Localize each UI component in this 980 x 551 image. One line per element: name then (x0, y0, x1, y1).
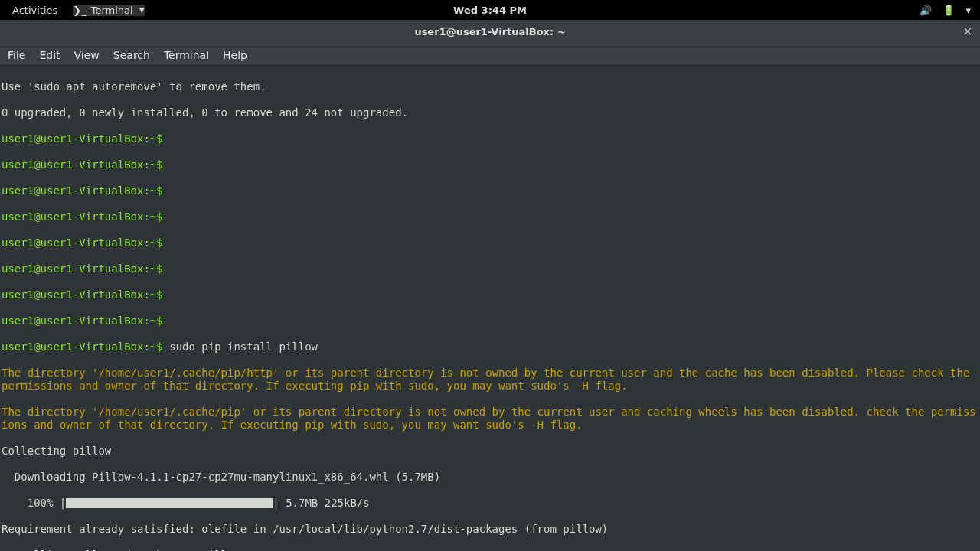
term-line: user1@user1-VirtualBox:~$ (2, 132, 978, 145)
term-warning: The directory '/home/user1/.cache/pip/ht… (2, 367, 978, 393)
active-app-indicator[interactable]: ❯_ Terminal ▼ (73, 5, 144, 16)
gnome-top-panel: Activities ❯_ Terminal ▼ Wed 3:44 PM 🔊 🔋… (0, 0, 980, 20)
menu-file[interactable]: File (8, 49, 25, 61)
term-line: user1@user1-VirtualBox:~$ (2, 262, 978, 276)
term-line: user1@user1-VirtualBox:~$ sudo pip insta… (2, 341, 978, 354)
menu-help[interactable]: Help (223, 49, 247, 61)
window-titlebar[interactable]: user1@user1-VirtualBox: ~ × (0, 20, 980, 44)
menu-search[interactable]: Search (113, 49, 150, 61)
volume-icon[interactable]: 🔊 (920, 5, 932, 16)
activities-button[interactable]: Activities (6, 3, 64, 18)
term-line: Use 'sudo apt autoremove' to remove them… (2, 80, 978, 93)
battery-icon[interactable]: 🔋 (942, 5, 955, 16)
term-line: user1@user1-VirtualBox:~$ (2, 315, 978, 328)
window-close-button[interactable]: × (962, 24, 972, 38)
terminal-window: user1@user1-VirtualBox: ~ × File Edit Vi… (0, 20, 980, 551)
term-line: user1@user1-VirtualBox:~$ (2, 236, 978, 249)
clock[interactable]: Wed 3:44 PM (453, 5, 527, 16)
term-line: 0 upgraded, 0 newly installed, 0 to remo… (2, 106, 978, 119)
window-title: user1@user1-VirtualBox: ~ (414, 26, 565, 37)
menu-view[interactable]: View (74, 49, 100, 61)
terminal-icon: ❯_ (73, 5, 86, 16)
chevron-down-icon: ▼ (139, 6, 145, 14)
term-line: user1@user1-VirtualBox:~$ (2, 158, 978, 171)
term-line: Requirement already satisfied: olefile i… (2, 523, 978, 536)
term-line: user1@user1-VirtualBox:~$ (2, 289, 978, 302)
terminal-output[interactable]: Use 'sudo apt autoremove' to remove them… (0, 66, 980, 551)
term-line: user1@user1-VirtualBox:~$ (2, 210, 978, 223)
term-line: Collecting pillow (2, 445, 978, 458)
term-progress: 100% || 5.7MB 225kB/s (2, 497, 978, 510)
menu-terminal[interactable]: Terminal (164, 49, 209, 61)
term-warning: The directory '/home/user1/.cache/pip' o… (2, 406, 978, 432)
menu-edit[interactable]: Edit (39, 49, 60, 61)
active-app-name: Terminal (91, 5, 133, 16)
term-line: user1@user1-VirtualBox:~$ (2, 184, 978, 197)
power-menu-icon[interactable]: ▾ (965, 5, 971, 16)
term-line: Downloading Pillow-4.1.1-cp27-cp27mu-man… (2, 471, 978, 484)
menubar: File Edit View Search Terminal Help (0, 44, 980, 66)
progress-bar (66, 498, 273, 508)
